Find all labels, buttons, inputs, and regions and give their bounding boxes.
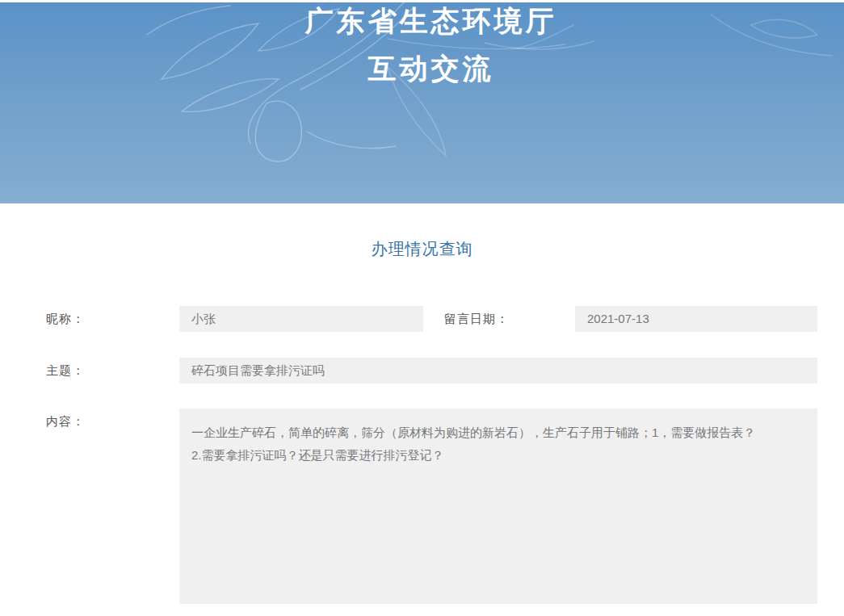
content-field: 一企业生产碎石，简单的碎离，筛分（原材料为购进的新岩石），生产石子用于铺路；1，… <box>179 409 817 604</box>
content-label: 内容： <box>46 409 179 434</box>
org-title: 广东省生态环境厅 <box>18 2 844 44</box>
subject-label: 主题： <box>46 358 179 383</box>
page-header: 广东省生态环境厅 互动交流 <box>0 2 844 203</box>
content-row: 内容： 一企业生产碎石，简单的碎离，筛分（原材料为购进的新岩石），生产石子用于铺… <box>46 409 817 604</box>
header-title-block: 广东省生态环境厅 互动交流 <box>0 2 844 92</box>
main-content: 办理情况查询 昵称： 小张 留言日期： 2021-07-13 主题： 碎石项目需… <box>0 241 844 604</box>
section-title: 办理情况查询 <box>0 241 844 258</box>
message-date-label: 留言日期： <box>423 306 575 332</box>
nickname-label: 昵称： <box>46 306 179 332</box>
subject-row: 主题： 碎石项目需要拿排污证吗 <box>46 358 817 383</box>
inquiry-detail-form: 昵称： 小张 留言日期： 2021-07-13 主题： 碎石项目需要拿排污证吗 … <box>0 306 844 604</box>
nickname-field: 小张 <box>179 306 423 332</box>
message-date-field: 2021-07-13 <box>575 306 817 332</box>
subject-field: 碎石项目需要拿排污证吗 <box>179 358 817 383</box>
nickname-date-row: 昵称： 小张 留言日期： 2021-07-13 <box>46 306 817 332</box>
page-subtitle: 互动交流 <box>18 44 844 92</box>
